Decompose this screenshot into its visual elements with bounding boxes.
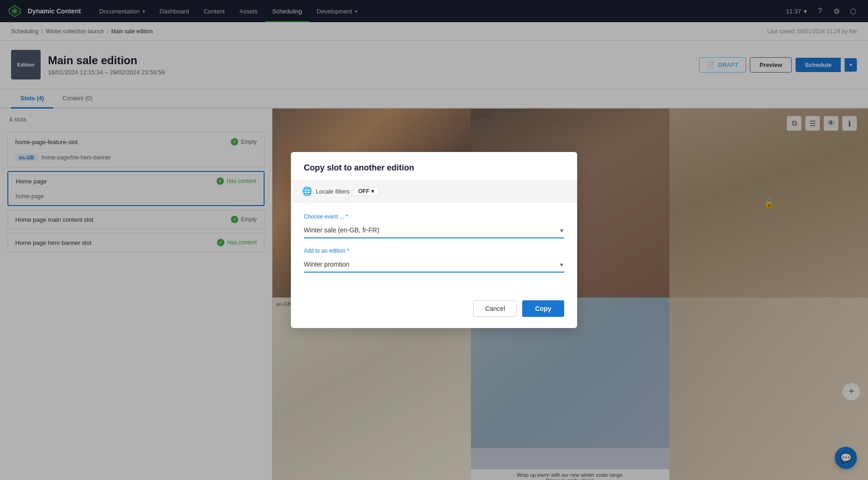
modal-footer: Cancel Copy bbox=[291, 293, 577, 328]
modal-body: Choose event ... * Winter sale (en-GB, f… bbox=[291, 202, 577, 293]
globe-icon: 🌐 bbox=[302, 186, 312, 196]
add-edition-select[interactable]: Winter promtion bbox=[304, 257, 564, 273]
choose-event-select-wrapper[interactable]: Winter sale (en-GB, fr-FR) bbox=[304, 223, 564, 238]
copy-button[interactable]: Copy bbox=[522, 300, 564, 317]
locale-filter-bar: 🌐 Locale filters OFF ▾ bbox=[291, 181, 577, 202]
choose-event-select[interactable]: Winter sale (en-GB, fr-FR) bbox=[304, 223, 564, 238]
locale-filter-toggle[interactable]: OFF ▾ bbox=[353, 187, 379, 196]
add-edition-select-wrapper[interactable]: Winter promtion bbox=[304, 257, 564, 273]
modal-title: Copy slot to another edition bbox=[304, 163, 564, 173]
choose-event-group: Choose event ... * Winter sale (en-GB, f… bbox=[304, 213, 564, 238]
copy-slot-modal: Copy slot to another edition 🌐 Locale fi… bbox=[291, 152, 577, 328]
add-edition-group: Add to an edition * Winter promtion bbox=[304, 248, 564, 273]
modal-header: Copy slot to another edition bbox=[291, 152, 577, 181]
choose-event-label: Choose event ... * bbox=[304, 213, 564, 220]
modal-overlay: Copy slot to another edition 🌐 Locale fi… bbox=[0, 0, 868, 480]
cancel-button[interactable]: Cancel bbox=[473, 300, 517, 317]
chevron-down-icon: ▾ bbox=[371, 188, 374, 194]
add-edition-label: Add to an edition * bbox=[304, 248, 564, 254]
